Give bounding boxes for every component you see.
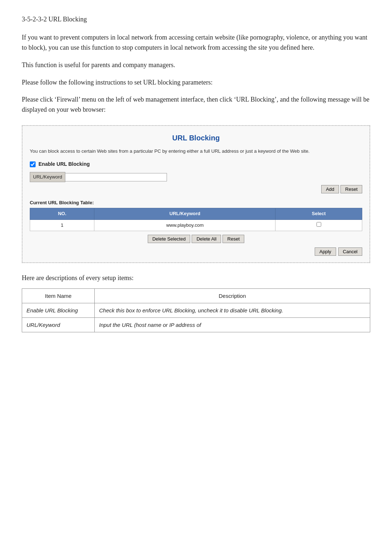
desc-col-item: Item Name [22, 288, 95, 303]
row-select-checkbox[interactable] [317, 222, 321, 227]
enable-url-blocking-checkbox[interactable] [30, 161, 36, 167]
intro-para-2: This function is useful for parents and … [22, 60, 370, 70]
desc-item-description: Check this box to enforce URL Blocking, … [95, 303, 370, 317]
delete-selected-button[interactable]: Delete Selected [148, 235, 191, 243]
desc-item-name: Enable URL Blocking [22, 303, 95, 317]
desc-table-row: URL/KeywordInput the URL (host name or I… [22, 318, 370, 332]
table-row: 1www.playboy.com [30, 219, 362, 231]
desc-item-name: URL/Keyword [22, 318, 95, 332]
desc-table-row: Enable URL BlockingCheck this box to enf… [22, 303, 370, 317]
widget-title: URL Blocking [30, 132, 362, 144]
add-button[interactable]: Add [321, 185, 339, 193]
intro-para-4: Please click ‘Firewall’ menu on the left… [22, 95, 370, 115]
col-header-no: NO. [30, 208, 94, 219]
url-keyword-label: URL/Keyword [30, 172, 65, 182]
url-keyword-input[interactable] [65, 173, 167, 181]
enable-url-blocking-row: Enable URL Blocking [30, 160, 362, 168]
url-blocking-widget: URL Blocking You can block access to cer… [22, 125, 370, 263]
blocking-table: NO. URL/Keyword Select 1www.playboy.com [30, 208, 362, 231]
cell-url: www.playboy.com [94, 219, 275, 231]
apply-cancel-row: Apply Cancel [30, 247, 362, 256]
col-header-url: URL/Keyword [94, 208, 275, 219]
current-table-label: Current URL Blocking Table: [30, 199, 362, 206]
add-reset-row: Add Reset [30, 185, 362, 193]
intro-para-1: If you want to prevent computers in loca… [22, 33, 370, 53]
col-header-select: Select [275, 208, 362, 219]
desc-intro: Here are descriptions of every setup ite… [22, 273, 370, 283]
apply-button[interactable]: Apply [315, 247, 336, 256]
desc-item-description: Input the URL (host name or IP address o… [95, 318, 370, 332]
enable-url-blocking-label: Enable URL Blocking [38, 160, 90, 168]
reset-button[interactable]: Reset [340, 185, 362, 193]
widget-description: You can block access to certain Web site… [30, 148, 362, 155]
delete-row: Delete Selected Delete All Reset [30, 235, 362, 243]
delete-all-button[interactable]: Delete All [192, 235, 221, 243]
cell-no: 1 [30, 219, 94, 231]
reset2-button[interactable]: Reset [222, 235, 244, 243]
url-keyword-row: URL/Keyword [30, 172, 362, 182]
cancel-button[interactable]: Cancel [338, 247, 362, 256]
description-table: Item Name Description Enable URL Blockin… [22, 288, 370, 333]
cell-select[interactable] [275, 219, 362, 231]
intro-para-3: Please follow the following instructions… [22, 78, 370, 88]
page-heading: 3-5-2-3-2 URL Blocking [22, 15, 370, 25]
desc-col-desc: Description [95, 288, 370, 303]
